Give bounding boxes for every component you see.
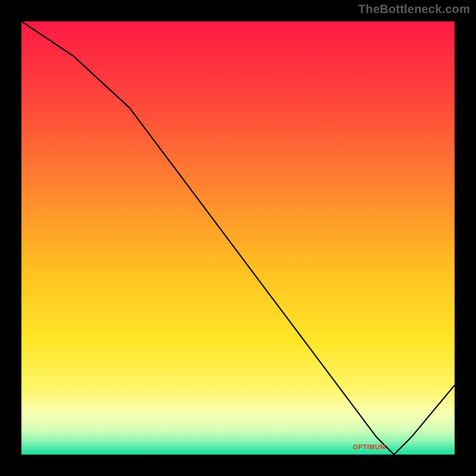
optimum-label: OPTIMUM xyxy=(353,443,386,450)
plot-area: OPTIMUM xyxy=(21,21,455,455)
watermark-text: TheBottleneck.com xyxy=(358,2,470,16)
bottleneck-curve xyxy=(21,21,455,455)
